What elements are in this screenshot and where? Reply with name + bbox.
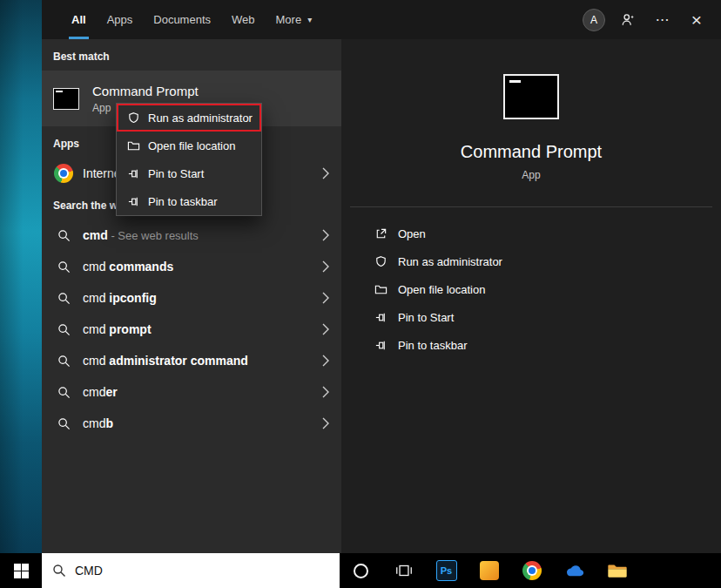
close-button[interactable]: ×: [686, 10, 707, 30]
file-explorer-button[interactable]: [596, 553, 638, 588]
suggestion-row[interactable]: cmd prompt: [42, 314, 341, 345]
search-icon: [57, 417, 71, 430]
search-icon: [57, 355, 71, 368]
chrome-icon: [54, 164, 73, 183]
chevron-right-icon[interactable]: [322, 417, 329, 429]
search-flyout: All Apps Documents Web More▾ A ⋯ × Best: [42, 0, 721, 553]
taskbar: Ps: [0, 553, 721, 588]
search-icon: [57, 260, 71, 274]
admin-shield-icon: [127, 112, 140, 125]
tab-web-label: Web: [232, 13, 255, 26]
context-menu-item-run-as-administrator[interactable]: Run as administrator: [117, 104, 261, 132]
chrome-icon: [522, 561, 542, 580]
preview-title: Command Prompt: [341, 142, 721, 162]
task-view-button[interactable]: [382, 553, 425, 588]
tab-documents[interactable]: Documents: [143, 0, 221, 39]
context-menu-item-open-file-location[interactable]: Open file location: [117, 132, 261, 159]
tab-all-label: All: [71, 13, 86, 26]
suggestion-row[interactable]: cmd ipconfig: [42, 282, 341, 314]
action-pin-to-taskbar[interactable]: Pin to taskbar: [341, 331, 721, 359]
action-pin-to-start[interactable]: Pin to Start: [341, 303, 721, 331]
search-icon: [57, 323, 71, 336]
pin-icon: [127, 167, 140, 180]
taskbar-search[interactable]: [42, 553, 340, 588]
chevron-right-icon[interactable]: [322, 167, 329, 179]
start-button[interactable]: [0, 553, 42, 588]
pin-icon: [127, 195, 140, 208]
desktop-wallpaper: [0, 0, 42, 553]
task-view-icon: [394, 563, 414, 578]
tabs: All Apps Documents Web More▾: [61, 0, 322, 39]
more-options-button[interactable]: ⋯: [652, 10, 673, 30]
pin-icon: [374, 339, 387, 352]
search-icon: [57, 386, 71, 399]
context-menu: Run as administrator Open file location …: [116, 103, 262, 216]
suggestion-row[interactable]: cmd commands: [42, 251, 341, 282]
file-explorer-icon: [607, 563, 628, 579]
windows-logo-icon: [14, 564, 29, 578]
people-button[interactable]: [618, 10, 639, 30]
context-menu-item-pin-to-taskbar[interactable]: Pin to taskbar: [117, 187, 261, 215]
people-icon: [621, 12, 637, 28]
preview-actions: Open Run as administrator Open file loca…: [341, 220, 721, 359]
suggestion-row[interactable]: cmd administrator command: [42, 345, 341, 376]
screen: All Apps Documents Web More▾ A ⋯ × Best: [0, 0, 721, 588]
search-input[interactable]: [75, 564, 293, 578]
search-icon: [57, 292, 71, 305]
photoshop-button[interactable]: Ps: [425, 553, 468, 588]
suggestion-row[interactable]: cmdb: [42, 408, 341, 439]
tab-documents-label: Documents: [153, 13, 211, 26]
command-prompt-icon: [53, 88, 79, 110]
pin-icon: [374, 311, 387, 324]
close-icon: ×: [691, 10, 702, 29]
search-icon: [52, 564, 66, 578]
photoshop-icon: Ps: [436, 560, 457, 581]
chevron-right-icon[interactable]: [322, 260, 329, 273]
tab-more-label: More: [276, 13, 302, 26]
cortana-button[interactable]: [340, 553, 382, 588]
folder-icon: [127, 139, 140, 152]
ellipsis-icon: ⋯: [656, 11, 670, 28]
tab-all[interactable]: All: [61, 0, 97, 39]
suggestion-row[interactable]: cmd - See web results: [42, 220, 341, 251]
header-actions: A ⋯ ×: [583, 9, 707, 31]
tab-apps-label: Apps: [107, 13, 133, 26]
command-prompt-icon-large: [503, 74, 559, 119]
chevron-down-icon: ▾: [307, 15, 312, 24]
avatar[interactable]: A: [583, 9, 605, 31]
preview-subtitle: App: [341, 169, 721, 181]
chevron-right-icon[interactable]: [322, 292, 329, 304]
tab-more[interactable]: More▾: [266, 0, 323, 39]
admin-shield-icon: [374, 255, 387, 268]
cortana-icon: [354, 564, 368, 578]
tab-web[interactable]: Web: [221, 0, 266, 39]
action-open-file-location[interactable]: Open file location: [341, 275, 721, 303]
chrome-button[interactable]: [510, 553, 553, 588]
office-button[interactable]: [468, 553, 510, 588]
tab-apps[interactable]: Apps: [97, 0, 144, 39]
office-icon: [480, 561, 499, 580]
divider: [350, 206, 712, 207]
action-run-as-administrator[interactable]: Run as administrator: [341, 247, 721, 275]
section-label-best-match: Best match: [42, 39, 341, 71]
search-icon: [57, 229, 71, 242]
action-open[interactable]: Open: [341, 220, 721, 247]
chevron-right-icon[interactable]: [322, 355, 329, 367]
onedrive-icon: [563, 563, 587, 578]
preview-panel: Command Prompt App Open Run as administr…: [341, 39, 721, 553]
tab-bar: All Apps Documents Web More▾ A ⋯ ×: [42, 0, 721, 39]
taskbar-icons: Ps: [340, 553, 638, 588]
best-match-title: Command Prompt: [92, 84, 199, 98]
context-menu-item-pin-to-start[interactable]: Pin to Start: [117, 159, 261, 187]
folder-icon: [374, 283, 387, 296]
chevron-right-icon[interactable]: [322, 323, 329, 335]
open-icon: [374, 227, 387, 240]
chevron-right-icon[interactable]: [322, 229, 329, 241]
chevron-right-icon[interactable]: [322, 386, 329, 398]
onedrive-button[interactable]: [553, 553, 596, 588]
suggestion-row[interactable]: cmder: [42, 376, 341, 408]
